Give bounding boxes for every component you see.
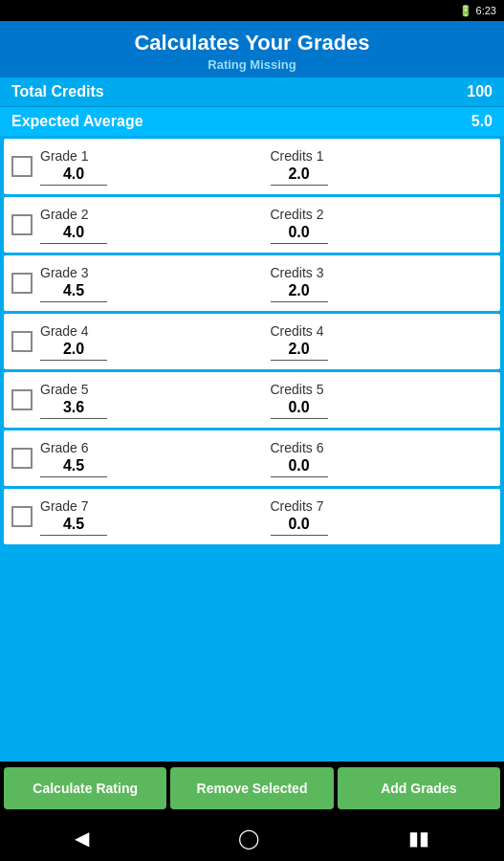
grade-input-2[interactable] [40, 222, 107, 244]
app-subtitle: Rating Missing [0, 57, 504, 72]
grades-container: Grade 1 Credits 1 Grade 2 Credits 2 Grad… [0, 136, 504, 762]
grade-input-7[interactable] [40, 514, 107, 536]
grade-row-4: Grade 4 Credits 4 [4, 314, 500, 369]
grade-input-4[interactable] [40, 339, 107, 361]
credits-label-group-3: Credits 3 [271, 265, 493, 302]
back-icon[interactable]: ◀ [55, 819, 108, 857]
grade-input-5[interactable] [40, 397, 107, 419]
grade-checkbox-3[interactable] [11, 273, 33, 294]
grade-label-group-3: Grade 3 [40, 265, 263, 302]
credits-input-2[interactable] [271, 222, 328, 244]
add-grades-button[interactable]: Add Grades [338, 767, 500, 809]
home-icon[interactable]: ◯ [219, 819, 278, 857]
credits-label-3: Credits 3 [271, 265, 493, 280]
credits-label-group-1: Credits 1 [271, 148, 493, 186]
total-credits-row: Total Credits 100 [0, 77, 504, 106]
grade-label-group-2: Grade 2 [40, 207, 263, 244]
grade-row-3: Grade 3 Credits 3 [4, 255, 500, 311]
grade-label-group-7: Grade 7 [40, 498, 263, 536]
credits-label-group-7: Credits 7 [271, 498, 493, 536]
recents-icon[interactable]: ▮▮ [389, 819, 449, 857]
grade-label-3: Grade 3 [40, 265, 263, 280]
expected-average-value: 5.0 [471, 113, 493, 130]
grade-checkbox-6[interactable] [11, 448, 33, 469]
credits-label-group-6: Credits 6 [271, 440, 493, 477]
credits-input-5[interactable] [271, 397, 328, 419]
credits-label-2: Credits 2 [271, 207, 493, 222]
grade-label-group-1: Grade 1 [40, 148, 263, 186]
credits-label-4: Credits 4 [271, 323, 493, 339]
remove-selected-button[interactable]: Remove Selected [170, 767, 333, 809]
grade-row-1: Grade 1 Credits 1 [4, 139, 500, 194]
grade-input-3[interactable] [40, 280, 107, 302]
grade-label-4: Grade 4 [40, 323, 263, 339]
status-battery: 🔋 [459, 5, 472, 17]
credits-input-1[interactable] [271, 164, 328, 186]
credits-input-7[interactable] [271, 514, 328, 536]
grade-label-7: Grade 7 [40, 498, 263, 514]
credits-input-6[interactable] [271, 455, 328, 477]
calculate-rating-button[interactable]: Calculate Rating [4, 767, 166, 809]
grade-label-6: Grade 6 [40, 440, 263, 455]
grade-checkbox-1[interactable] [11, 156, 33, 177]
app-title: Calculates Your Grades [0, 31, 504, 55]
grade-checkbox-4[interactable] [11, 331, 33, 352]
nav-bar: ◀ ◯ ▮▮ [0, 815, 504, 861]
credits-input-3[interactable] [271, 280, 328, 302]
credits-label-1: Credits 1 [271, 148, 493, 164]
total-credits-label: Total Credits [11, 83, 467, 100]
credits-label-6: Credits 6 [271, 440, 493, 455]
grade-label-1: Grade 1 [40, 148, 263, 164]
credits-label-group-2: Credits 2 [271, 207, 493, 244]
grade-checkbox-5[interactable] [11, 389, 33, 410]
grade-label-group-4: Grade 4 [40, 323, 263, 361]
credits-input-4[interactable] [271, 339, 328, 361]
expected-average-row: Expected Average 5.0 [0, 107, 504, 136]
bottom-buttons: Calculate Rating Remove Selected Add Gra… [0, 762, 504, 815]
grade-label-group-5: Grade 5 [40, 382, 263, 419]
total-credits-value: 100 [467, 83, 493, 100]
grade-row-2: Grade 2 Credits 2 [4, 197, 500, 253]
expected-average-label: Expected Average [11, 113, 471, 130]
status-time: 6:23 [476, 5, 496, 16]
grade-label-2: Grade 2 [40, 207, 263, 222]
grade-row-6: Grade 6 Credits 6 [4, 430, 500, 486]
grade-checkbox-2[interactable] [11, 214, 33, 235]
grade-label-5: Grade 5 [40, 382, 263, 397]
grade-input-6[interactable] [40, 455, 107, 477]
grade-label-group-6: Grade 6 [40, 440, 263, 477]
credits-label-7: Credits 7 [271, 498, 493, 514]
credits-label-group-4: Credits 4 [271, 323, 493, 361]
credits-label-group-5: Credits 5 [271, 382, 493, 419]
grade-checkbox-7[interactable] [11, 506, 33, 527]
credits-label-5: Credits 5 [271, 382, 493, 397]
grade-input-1[interactable] [40, 164, 107, 186]
grade-row-5: Grade 5 Credits 5 [4, 372, 500, 428]
status-bar: 🔋 6:23 [0, 0, 504, 21]
grade-row-7: Grade 7 Credits 7 [4, 489, 500, 544]
app-header: Calculates Your Grades Rating Missing [0, 21, 504, 77]
